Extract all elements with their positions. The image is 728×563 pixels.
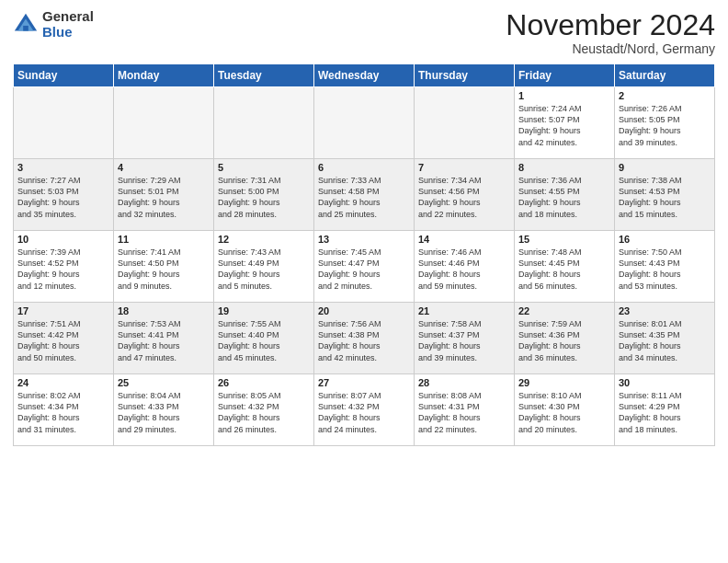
day-info: Sunrise: 7:39 AM Sunset: 4:52 PM Dayligh… (17, 247, 109, 292)
day-number: 16 (619, 234, 711, 245)
day-info: Sunrise: 7:45 AM Sunset: 4:47 PM Dayligh… (318, 247, 410, 292)
weekday-header-row: Sunday Monday Tuesday Wednesday Thursday… (14, 64, 715, 87)
table-row: 15Sunrise: 7:48 AM Sunset: 4:45 PM Dayli… (515, 231, 615, 303)
day-info: Sunrise: 7:33 AM Sunset: 4:58 PM Dayligh… (318, 175, 410, 220)
day-number: 25 (118, 377, 210, 388)
logo-general: General (42, 9, 94, 25)
day-number: 10 (17, 234, 109, 245)
table-row: 14Sunrise: 7:46 AM Sunset: 4:46 PM Dayli… (415, 231, 515, 303)
day-number: 14 (418, 234, 510, 245)
table-row: 18Sunrise: 7:53 AM Sunset: 4:41 PM Dayli… (114, 303, 214, 374)
day-number: 11 (118, 234, 210, 245)
day-info: Sunrise: 7:36 AM Sunset: 4:55 PM Dayligh… (518, 175, 610, 220)
svg-rect-2 (23, 25, 28, 30)
day-number: 17 (17, 305, 109, 316)
location: Neustadt/Nord, Germany (506, 41, 715, 56)
table-row: 3Sunrise: 7:27 AM Sunset: 5:03 PM Daylig… (14, 159, 114, 231)
page-header: General Blue November 2024 Neustadt/Nord… (13, 9, 715, 56)
day-number: 29 (518, 377, 610, 388)
header-tuesday: Tuesday (214, 64, 314, 87)
day-number: 9 (619, 162, 711, 173)
calendar-week-row: 24Sunrise: 8:02 AM Sunset: 4:34 PM Dayli… (14, 374, 715, 446)
day-info: Sunrise: 8:01 AM Sunset: 4:35 PM Dayligh… (619, 318, 711, 363)
day-info: Sunrise: 7:41 AM Sunset: 4:50 PM Dayligh… (118, 247, 210, 292)
day-info: Sunrise: 7:26 AM Sunset: 5:05 PM Dayligh… (619, 103, 711, 148)
table-row: 26Sunrise: 8:05 AM Sunset: 4:32 PM Dayli… (214, 374, 314, 446)
table-row: 22Sunrise: 7:59 AM Sunset: 4:36 PM Dayli… (515, 303, 615, 374)
day-info: Sunrise: 7:43 AM Sunset: 4:49 PM Dayligh… (218, 247, 310, 292)
day-info: Sunrise: 8:05 AM Sunset: 4:32 PM Dayligh… (218, 390, 310, 435)
day-number: 5 (218, 162, 310, 173)
header-thursday: Thursday (415, 64, 515, 87)
table-row: 17Sunrise: 7:51 AM Sunset: 4:42 PM Dayli… (14, 303, 114, 374)
table-row: 28Sunrise: 8:08 AM Sunset: 4:31 PM Dayli… (415, 374, 515, 446)
month-title: November 2024 (506, 9, 715, 41)
day-info: Sunrise: 7:55 AM Sunset: 4:40 PM Dayligh… (218, 318, 310, 363)
table-row (314, 87, 415, 159)
table-row: 23Sunrise: 8:01 AM Sunset: 4:35 PM Dayli… (615, 303, 715, 374)
table-row: 13Sunrise: 7:45 AM Sunset: 4:47 PM Dayli… (314, 231, 415, 303)
table-row: 10Sunrise: 7:39 AM Sunset: 4:52 PM Dayli… (14, 231, 114, 303)
day-info: Sunrise: 7:51 AM Sunset: 4:42 PM Dayligh… (17, 318, 109, 363)
day-info: Sunrise: 7:53 AM Sunset: 4:41 PM Dayligh… (118, 318, 210, 363)
day-info: Sunrise: 7:27 AM Sunset: 5:03 PM Dayligh… (17, 175, 109, 220)
table-row: 4Sunrise: 7:29 AM Sunset: 5:01 PM Daylig… (114, 159, 214, 231)
day-number: 24 (17, 377, 109, 388)
table-row: 7Sunrise: 7:34 AM Sunset: 4:56 PM Daylig… (415, 159, 515, 231)
day-number: 28 (418, 377, 510, 388)
header-sunday: Sunday (14, 64, 114, 87)
table-row: 2Sunrise: 7:26 AM Sunset: 5:05 PM Daylig… (615, 87, 715, 159)
day-info: Sunrise: 8:10 AM Sunset: 4:30 PM Dayligh… (518, 390, 610, 435)
day-info: Sunrise: 7:38 AM Sunset: 4:53 PM Dayligh… (619, 175, 711, 220)
day-info: Sunrise: 7:48 AM Sunset: 4:45 PM Dayligh… (518, 247, 610, 292)
day-info: Sunrise: 7:58 AM Sunset: 4:37 PM Dayligh… (418, 318, 510, 363)
day-number: 1 (518, 90, 610, 101)
table-row (14, 87, 114, 159)
day-number: 15 (518, 234, 610, 245)
day-number: 6 (318, 162, 410, 173)
day-number: 19 (218, 305, 310, 316)
table-row: 29Sunrise: 8:10 AM Sunset: 4:30 PM Dayli… (515, 374, 615, 446)
day-number: 21 (418, 305, 510, 316)
table-row (415, 87, 515, 159)
day-number: 23 (619, 305, 711, 316)
table-row: 19Sunrise: 7:55 AM Sunset: 4:40 PM Dayli… (214, 303, 314, 374)
table-row: 12Sunrise: 7:43 AM Sunset: 4:49 PM Dayli… (214, 231, 314, 303)
table-row: 16Sunrise: 7:50 AM Sunset: 4:43 PM Dayli… (615, 231, 715, 303)
table-row (114, 87, 214, 159)
day-info: Sunrise: 8:07 AM Sunset: 4:32 PM Dayligh… (318, 390, 410, 435)
day-info: Sunrise: 7:34 AM Sunset: 4:56 PM Dayligh… (418, 175, 510, 220)
day-info: Sunrise: 7:24 AM Sunset: 5:07 PM Dayligh… (518, 103, 610, 148)
header-monday: Monday (114, 64, 214, 87)
calendar-week-row: 3Sunrise: 7:27 AM Sunset: 5:03 PM Daylig… (14, 159, 715, 231)
day-info: Sunrise: 7:50 AM Sunset: 4:43 PM Dayligh… (619, 247, 711, 292)
day-number: 20 (318, 305, 410, 316)
calendar: Sunday Monday Tuesday Wednesday Thursday… (13, 63, 715, 446)
logo-icon (13, 12, 39, 38)
table-row (214, 87, 314, 159)
day-number: 7 (418, 162, 510, 173)
day-number: 8 (518, 162, 610, 173)
day-number: 2 (619, 90, 711, 101)
table-row: 8Sunrise: 7:36 AM Sunset: 4:55 PM Daylig… (515, 159, 615, 231)
day-number: 4 (118, 162, 210, 173)
table-row: 27Sunrise: 8:07 AM Sunset: 4:32 PM Dayli… (314, 374, 415, 446)
title-block: November 2024 Neustadt/Nord, Germany (506, 9, 715, 56)
day-info: Sunrise: 7:46 AM Sunset: 4:46 PM Dayligh… (418, 247, 510, 292)
header-saturday: Saturday (615, 64, 715, 87)
table-row: 11Sunrise: 7:41 AM Sunset: 4:50 PM Dayli… (114, 231, 214, 303)
table-row: 24Sunrise: 8:02 AM Sunset: 4:34 PM Dayli… (14, 374, 114, 446)
day-info: Sunrise: 7:59 AM Sunset: 4:36 PM Dayligh… (518, 318, 610, 363)
header-friday: Friday (515, 64, 615, 87)
day-number: 26 (218, 377, 310, 388)
table-row: 21Sunrise: 7:58 AM Sunset: 4:37 PM Dayli… (415, 303, 515, 374)
day-info: Sunrise: 8:08 AM Sunset: 4:31 PM Dayligh… (418, 390, 510, 435)
logo-blue: Blue (42, 25, 94, 40)
day-info: Sunrise: 8:04 AM Sunset: 4:33 PM Dayligh… (118, 390, 210, 435)
day-info: Sunrise: 8:11 AM Sunset: 4:29 PM Dayligh… (619, 390, 711, 435)
table-row: 25Sunrise: 8:04 AM Sunset: 4:33 PM Dayli… (114, 374, 214, 446)
day-number: 13 (318, 234, 410, 245)
calendar-week-row: 10Sunrise: 7:39 AM Sunset: 4:52 PM Dayli… (14, 231, 715, 303)
day-number: 3 (17, 162, 109, 173)
calendar-week-row: 17Sunrise: 7:51 AM Sunset: 4:42 PM Dayli… (14, 303, 715, 374)
